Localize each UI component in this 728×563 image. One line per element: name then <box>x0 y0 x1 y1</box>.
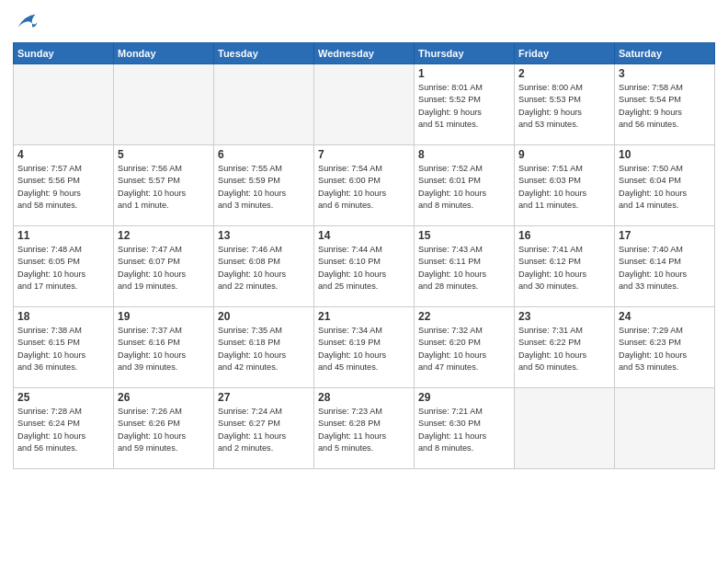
day-number: 12 <box>118 229 210 242</box>
day-info: Sunrise: 7:56 AMSunset: 5:57 PMDaylight:… <box>118 163 210 212</box>
day-info: Sunrise: 7:54 AMSunset: 6:00 PMDaylight:… <box>318 163 410 212</box>
calendar-cell: 18Sunrise: 7:38 AMSunset: 6:15 PMDayligh… <box>14 307 114 388</box>
day-info: Sunrise: 7:40 AMSunset: 6:14 PMDaylight:… <box>619 244 711 293</box>
day-number: 26 <box>118 391 210 404</box>
day-number: 16 <box>518 229 610 242</box>
calendar-cell: 24Sunrise: 7:29 AMSunset: 6:23 PMDayligh… <box>615 307 715 388</box>
day-number: 7 <box>318 148 410 161</box>
calendar-table: SundayMondayTuesdayWednesdayThursdayFrid… <box>13 42 715 469</box>
day-number: 20 <box>218 310 310 323</box>
weekday-header-wednesday: Wednesday <box>314 43 415 64</box>
day-number: 11 <box>17 229 109 242</box>
weekday-header-sunday: Sunday <box>14 43 114 64</box>
calendar-cell: 29Sunrise: 7:21 AMSunset: 6:30 PMDayligh… <box>415 388 515 469</box>
calendar-cell: 9Sunrise: 7:51 AMSunset: 6:03 PMDaylight… <box>515 145 615 226</box>
day-info: Sunrise: 7:29 AMSunset: 6:23 PMDaylight:… <box>619 325 711 373</box>
day-number: 17 <box>619 229 711 242</box>
day-number: 6 <box>218 148 310 161</box>
page: SundayMondayTuesdayWednesdayThursdayFrid… <box>0 0 728 563</box>
day-info: Sunrise: 7:43 AMSunset: 6:11 PMDaylight:… <box>418 244 510 293</box>
day-number: 10 <box>619 148 711 161</box>
calendar-week-row: 25Sunrise: 7:28 AMSunset: 6:24 PMDayligh… <box>14 388 715 469</box>
calendar-cell <box>114 64 214 145</box>
calendar-cell: 23Sunrise: 7:31 AMSunset: 6:22 PMDayligh… <box>515 307 615 388</box>
calendar-cell <box>14 64 114 145</box>
calendar-cell: 7Sunrise: 7:54 AMSunset: 6:00 PMDaylight… <box>314 145 415 226</box>
day-info: Sunrise: 7:58 AMSunset: 5:54 PMDaylight:… <box>619 82 711 131</box>
calendar-cell: 19Sunrise: 7:37 AMSunset: 6:16 PMDayligh… <box>114 307 214 388</box>
day-info: Sunrise: 8:00 AMSunset: 5:53 PMDaylight:… <box>518 82 610 131</box>
day-number: 21 <box>318 310 410 323</box>
day-info: Sunrise: 7:21 AMSunset: 6:30 PMDaylight:… <box>418 406 510 454</box>
day-info: Sunrise: 8:01 AMSunset: 5:52 PMDaylight:… <box>418 82 510 131</box>
calendar-cell: 3Sunrise: 7:58 AMSunset: 5:54 PMDaylight… <box>615 64 715 145</box>
calendar-cell <box>214 64 314 145</box>
day-number: 22 <box>418 310 510 323</box>
day-info: Sunrise: 7:24 AMSunset: 6:27 PMDaylight:… <box>218 406 310 454</box>
calendar-cell: 16Sunrise: 7:41 AMSunset: 6:12 PMDayligh… <box>515 226 615 307</box>
calendar-cell <box>314 64 415 145</box>
calendar-cell: 11Sunrise: 7:48 AMSunset: 6:05 PMDayligh… <box>14 226 114 307</box>
day-info: Sunrise: 7:31 AMSunset: 6:22 PMDaylight:… <box>518 325 610 373</box>
day-info: Sunrise: 7:23 AMSunset: 6:28 PMDaylight:… <box>318 406 410 454</box>
calendar-cell: 22Sunrise: 7:32 AMSunset: 6:20 PMDayligh… <box>415 307 515 388</box>
day-number: 29 <box>418 391 510 404</box>
day-number: 2 <box>518 67 610 80</box>
day-info: Sunrise: 7:57 AMSunset: 5:56 PMDaylight:… <box>17 163 109 212</box>
calendar-week-row: 4Sunrise: 7:57 AMSunset: 5:56 PMDaylight… <box>14 145 715 226</box>
calendar-cell: 27Sunrise: 7:24 AMSunset: 6:27 PMDayligh… <box>214 388 314 469</box>
day-info: Sunrise: 7:26 AMSunset: 6:26 PMDaylight:… <box>118 406 210 454</box>
day-number: 19 <box>118 310 210 323</box>
day-info: Sunrise: 7:52 AMSunset: 6:01 PMDaylight:… <box>418 163 510 212</box>
day-number: 25 <box>17 391 109 404</box>
day-number: 18 <box>17 310 109 323</box>
day-number: 24 <box>619 310 711 323</box>
day-info: Sunrise: 7:37 AMSunset: 6:16 PMDaylight:… <box>118 325 210 373</box>
day-info: Sunrise: 7:48 AMSunset: 6:05 PMDaylight:… <box>17 244 109 293</box>
weekday-header-row: SundayMondayTuesdayWednesdayThursdayFrid… <box>14 43 715 64</box>
calendar-cell: 14Sunrise: 7:44 AMSunset: 6:10 PMDayligh… <box>314 226 415 307</box>
calendar-cell: 12Sunrise: 7:47 AMSunset: 6:07 PMDayligh… <box>114 226 214 307</box>
day-number: 5 <box>118 148 210 161</box>
weekday-header-monday: Monday <box>114 43 214 64</box>
calendar-cell: 20Sunrise: 7:35 AMSunset: 6:18 PMDayligh… <box>214 307 314 388</box>
day-number: 9 <box>518 148 610 161</box>
day-info: Sunrise: 7:34 AMSunset: 6:19 PMDaylight:… <box>318 325 410 373</box>
calendar-week-row: 11Sunrise: 7:48 AMSunset: 6:05 PMDayligh… <box>14 226 715 307</box>
header <box>13 9 715 35</box>
calendar-cell: 26Sunrise: 7:26 AMSunset: 6:26 PMDayligh… <box>114 388 214 469</box>
day-info: Sunrise: 7:46 AMSunset: 6:08 PMDaylight:… <box>218 244 310 293</box>
calendar-cell <box>615 388 715 469</box>
day-info: Sunrise: 7:51 AMSunset: 6:03 PMDaylight:… <box>518 163 610 212</box>
weekday-header-thursday: Thursday <box>415 43 515 64</box>
calendar-cell: 8Sunrise: 7:52 AMSunset: 6:01 PMDaylight… <box>415 145 515 226</box>
day-number: 8 <box>418 148 510 161</box>
calendar-cell: 6Sunrise: 7:55 AMSunset: 5:59 PMDaylight… <box>214 145 314 226</box>
logo <box>13 9 42 35</box>
calendar-cell: 17Sunrise: 7:40 AMSunset: 6:14 PMDayligh… <box>615 226 715 307</box>
day-info: Sunrise: 7:32 AMSunset: 6:20 PMDaylight:… <box>418 325 510 373</box>
calendar-week-row: 1Sunrise: 8:01 AMSunset: 5:52 PMDaylight… <box>14 64 715 145</box>
weekday-header-tuesday: Tuesday <box>214 43 314 64</box>
day-number: 14 <box>318 229 410 242</box>
calendar-cell: 4Sunrise: 7:57 AMSunset: 5:56 PMDaylight… <box>14 145 114 226</box>
calendar-week-row: 18Sunrise: 7:38 AMSunset: 6:15 PMDayligh… <box>14 307 715 388</box>
day-number: 23 <box>518 310 610 323</box>
calendar-cell: 1Sunrise: 8:01 AMSunset: 5:52 PMDaylight… <box>415 64 515 145</box>
calendar-cell <box>515 388 615 469</box>
calendar-cell: 13Sunrise: 7:46 AMSunset: 6:08 PMDayligh… <box>214 226 314 307</box>
calendar-cell: 10Sunrise: 7:50 AMSunset: 6:04 PMDayligh… <box>615 145 715 226</box>
calendar-cell: 28Sunrise: 7:23 AMSunset: 6:28 PMDayligh… <box>314 388 415 469</box>
day-info: Sunrise: 7:28 AMSunset: 6:24 PMDaylight:… <box>17 406 109 454</box>
calendar-cell: 25Sunrise: 7:28 AMSunset: 6:24 PMDayligh… <box>14 388 114 469</box>
day-info: Sunrise: 7:55 AMSunset: 5:59 PMDaylight:… <box>218 163 310 212</box>
calendar-cell: 15Sunrise: 7:43 AMSunset: 6:11 PMDayligh… <box>415 226 515 307</box>
weekday-header-saturday: Saturday <box>615 43 715 64</box>
day-number: 13 <box>218 229 310 242</box>
day-number: 1 <box>418 67 510 80</box>
calendar-cell: 5Sunrise: 7:56 AMSunset: 5:57 PMDaylight… <box>114 145 214 226</box>
day-number: 3 <box>619 67 711 80</box>
day-info: Sunrise: 7:35 AMSunset: 6:18 PMDaylight:… <box>218 325 310 373</box>
day-number: 4 <box>17 148 109 161</box>
day-info: Sunrise: 7:44 AMSunset: 6:10 PMDaylight:… <box>318 244 410 293</box>
